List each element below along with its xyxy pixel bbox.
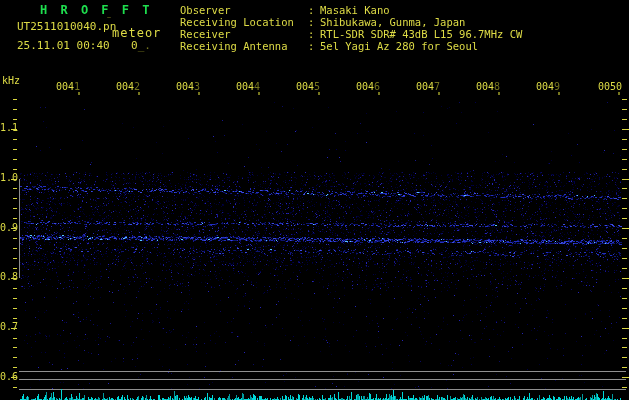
app-title: H R O F F T [40, 4, 152, 16]
info-value: Shibukawa, Gunma, Japan [320, 16, 465, 28]
output-filename: UT2511010040.pn [17, 21, 116, 32]
info-label: Observer [180, 5, 308, 16]
info-value: 5el Yagi Az 280 for Seoul [320, 40, 478, 52]
time-tick-label: 0041 [52, 82, 80, 92]
spectrogram-canvas [0, 0, 629, 400]
info-row-observer: Observer:Masaki Kano [180, 5, 390, 16]
freq-tick-label: 0.7 [0, 322, 16, 332]
info-row-location: Receiving Location:Shibukawa, Gunma, Jap… [180, 17, 465, 28]
echo-count: 0_. [131, 40, 151, 51]
observation-datetime: 25.11.01 00:40 [17, 40, 110, 51]
info-value: RTL-SDR SDR# 43dB L15 96.7MHz CW [320, 28, 522, 40]
info-separator: : [308, 17, 320, 28]
echo-count-value: 0 [131, 39, 138, 52]
time-tick-label: 0044 [232, 82, 260, 92]
freq-tick-label: 1.0 [0, 173, 16, 183]
echo-count-dim: _. [138, 39, 151, 52]
time-tick-label: 0049 [532, 82, 560, 92]
freq-axis-unit: kHz [2, 76, 20, 86]
info-label: Receiving Antenna [180, 41, 308, 52]
freq-tick-label: 1.1 [0, 123, 16, 133]
hrofft-screen: H R O F F T UT2511010040.pn ¨ meteor 25.… [0, 0, 629, 400]
time-tick-label: 0042 [112, 82, 140, 92]
info-row-antenna: Receiving Antenna:5el Yagi Az 280 for Se… [180, 41, 478, 52]
info-label: Receiving Location [180, 17, 308, 28]
time-tick-label: 0047 [412, 82, 440, 92]
time-tick-label: 0048 [472, 82, 500, 92]
time-tick-label: 0045 [292, 82, 320, 92]
time-tick-label: 0046 [352, 82, 380, 92]
time-tick-label: 0043 [172, 82, 200, 92]
freq-tick-label: 0.8 [0, 272, 16, 282]
freq-tick-label: 0.6 [0, 372, 16, 382]
info-separator: : [308, 41, 320, 52]
time-tick-label: 0050 [594, 82, 622, 92]
info-row-receiver: Receiver:RTL-SDR SDR# 43dB L15 96.7MHz C… [180, 29, 522, 40]
freq-tick-label: 0.9 [0, 223, 16, 233]
info-label: Receiver [180, 29, 308, 40]
info-value: Masaki Kano [320, 4, 390, 16]
info-separator: : [308, 29, 320, 40]
observation-mode-label: meteor [112, 27, 161, 39]
info-separator: : [308, 5, 320, 16]
